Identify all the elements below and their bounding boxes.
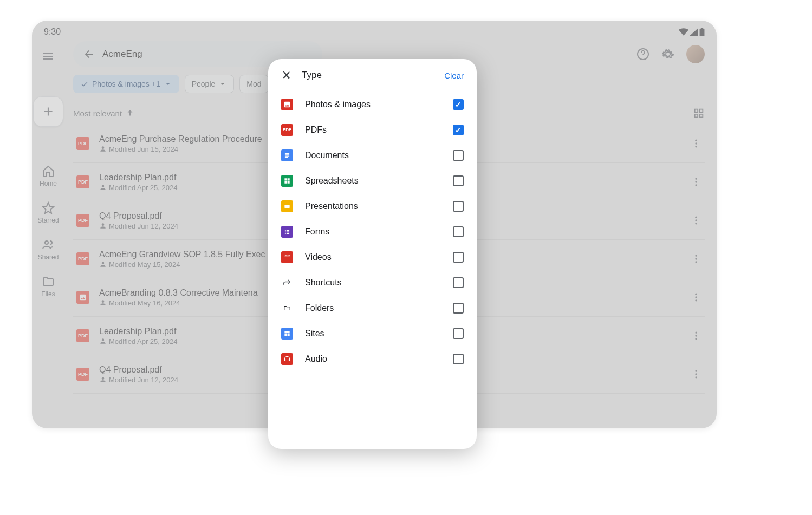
- new-button[interactable]: [33, 96, 63, 127]
- status-time: 9:30: [44, 27, 61, 37]
- photos-icon: [281, 99, 293, 110]
- type-label: Spreadsheets: [305, 176, 441, 186]
- checkbox[interactable]: [453, 303, 464, 314]
- forms-icon: [281, 226, 293, 238]
- type-option-videos[interactable]: Videos: [281, 244, 464, 270]
- svg-point-12: [695, 255, 697, 257]
- chip-modified-label: Mod: [246, 80, 261, 88]
- nav-home-label: Home: [40, 180, 57, 187]
- svg-point-11: [695, 223, 697, 224]
- checkbox[interactable]: [453, 252, 464, 263]
- more-icon[interactable]: [691, 369, 701, 380]
- type-label: Shortcuts: [305, 278, 441, 288]
- type-label: Folders: [305, 303, 441, 313]
- type-option-audio[interactable]: Audio: [281, 346, 464, 371]
- checkbox[interactable]: [453, 150, 464, 161]
- type-option-sheets[interactable]: Spreadsheets: [281, 168, 464, 193]
- chevron-down-icon: [218, 80, 227, 88]
- more-icon[interactable]: [691, 215, 701, 226]
- svg-point-10: [695, 219, 697, 221]
- person-icon: [99, 337, 107, 345]
- status-icons: [679, 28, 705, 36]
- type-label: Audio: [305, 354, 441, 364]
- svg-point-23: [695, 376, 697, 378]
- audio-icon: [281, 353, 293, 365]
- checkbox[interactable]: [453, 175, 464, 186]
- home-icon: [42, 165, 55, 178]
- svg-point-18: [695, 332, 697, 334]
- shortcuts-icon: [281, 277, 293, 289]
- gear-icon[interactable]: [661, 48, 674, 61]
- person-icon: [99, 299, 107, 307]
- back-arrow-icon[interactable]: [83, 48, 95, 60]
- svg-point-8: [695, 184, 697, 186]
- status-bar: 9:30: [32, 21, 717, 37]
- person-icon: [99, 260, 107, 268]
- more-icon[interactable]: [691, 330, 701, 341]
- more-icon[interactable]: [691, 138, 701, 149]
- more-icon[interactable]: [691, 177, 701, 187]
- signal-icon: [690, 28, 698, 36]
- hamburger-icon[interactable]: [42, 50, 55, 63]
- chip-people-label: People: [192, 80, 216, 88]
- pdf-icon: PDF: [76, 137, 89, 150]
- pdf-icon: PDF: [281, 124, 293, 136]
- type-option-pdf[interactable]: PDFPDFs: [281, 117, 464, 142]
- close-icon[interactable]: [281, 70, 292, 81]
- check-icon: [80, 80, 89, 88]
- nav-starred[interactable]: Starred: [37, 201, 59, 224]
- more-icon[interactable]: [691, 292, 701, 303]
- type-label: Forms: [305, 227, 441, 237]
- chip-type[interactable]: Photos & images +1: [73, 75, 179, 93]
- image-icon: [76, 291, 89, 304]
- help-icon[interactable]: [636, 48, 649, 61]
- person-icon: [99, 222, 107, 230]
- star-icon: [42, 201, 55, 214]
- chip-people[interactable]: People: [185, 75, 235, 93]
- chip-type-label: Photos & images +1: [92, 80, 160, 88]
- svg-point-4: [695, 142, 697, 144]
- left-rail: Home Starred Shared Files: [32, 37, 64, 428]
- type-label: Videos: [305, 252, 441, 262]
- svg-point-7: [695, 181, 697, 182]
- type-option-photos[interactable]: Photos & images: [281, 92, 464, 117]
- arrow-up-icon[interactable]: [125, 108, 135, 118]
- grid-view-icon[interactable]: [693, 107, 705, 119]
- person-icon: [99, 376, 107, 383]
- type-option-shortcuts[interactable]: Shortcuts: [281, 270, 464, 295]
- clear-button[interactable]: Clear: [444, 71, 464, 80]
- search-input[interactable]: [102, 49, 313, 60]
- checkbox[interactable]: [453, 354, 464, 364]
- checkbox[interactable]: [453, 125, 464, 135]
- nav-files-label: Files: [41, 290, 55, 298]
- docs-icon: [281, 149, 293, 161]
- checkbox[interactable]: [453, 201, 464, 212]
- popup-title: Type: [302, 70, 322, 81]
- checkbox[interactable]: [453, 99, 464, 110]
- type-option-docs[interactable]: Documents: [281, 142, 464, 168]
- sort-label[interactable]: Most relevant: [73, 109, 122, 118]
- wifi-icon: [679, 28, 688, 36]
- type-option-sites[interactable]: Sites: [281, 321, 464, 346]
- svg-point-14: [695, 261, 697, 263]
- checkbox[interactable]: [453, 328, 464, 339]
- checkbox[interactable]: [453, 226, 464, 237]
- slides-icon: [281, 200, 293, 212]
- pdf-icon: PDF: [76, 214, 89, 227]
- type-label: Documents: [305, 151, 441, 160]
- chip-modified[interactable]: Mod: [239, 75, 268, 93]
- more-icon[interactable]: [691, 253, 701, 264]
- checkbox[interactable]: [453, 277, 464, 288]
- nav-files[interactable]: Files: [41, 275, 55, 298]
- nav-home[interactable]: Home: [40, 165, 57, 187]
- svg-point-21: [695, 370, 697, 372]
- svg-point-13: [695, 258, 697, 259]
- type-option-forms[interactable]: Forms: [281, 219, 464, 244]
- avatar[interactable]: [686, 45, 705, 63]
- type-filter-popup: Type Clear Photos & imagesPDFPDFsDocumen…: [268, 59, 477, 449]
- svg-point-22: [695, 373, 697, 375]
- type-option-slides[interactable]: Presentations: [281, 193, 464, 219]
- folders-icon: [281, 302, 293, 314]
- nav-shared[interactable]: Shared: [38, 238, 59, 261]
- type-option-folders[interactable]: Folders: [281, 295, 464, 321]
